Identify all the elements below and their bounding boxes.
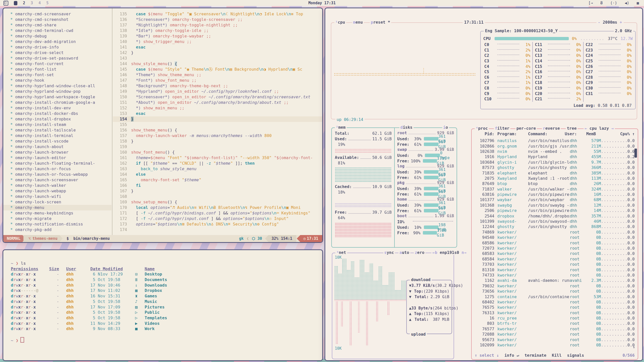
code-line[interactable]: 150 *Screensaver*) open_in_editor ~/.con… [113,94,322,100]
file-item[interactable]: omarchy-cmd-terminal-cwd [3,28,111,33]
file-item[interactable]: omarchy-launch-screensaver [3,177,111,183]
file-item[interactable]: omarchy-drive-info [3,44,111,50]
code-line[interactable]: 154 } [113,116,322,122]
proc-option-tab[interactable]: per-core [515,126,537,131]
process-row[interactable]: 1916 Hyprland Hyprland dhh 455M 0.2 [472,154,638,159]
net-option-tab[interactable]: sync [383,250,395,255]
code-line[interactable]: 163 back_to show_style_menu [113,166,322,172]
file-item[interactable]: omarchy-install-dropbox [3,116,111,122]
file-item[interactable]: omarchy-cmd-screenshot [3,17,111,22]
process-row[interactable]: 73703 kworker/ root 0B 0.0 [472,262,638,267]
file-item[interactable]: omarchy-hyprland-window-pop [3,89,111,94]
code-line[interactable]: 142 } [113,50,322,56]
select-keys[interactable]: ↑ select ↓ [475,353,499,358]
process-row[interactable]: 76577 kworker/ root 0B 0.0 [472,326,638,332]
io-tab[interactable]: io [442,125,449,130]
info-button[interactable]: info ↵ [504,353,519,358]
file-item[interactable]: omarchy-launch-or-focus [3,166,111,172]
cpu-icon[interactable]: ▦ [637,1,639,5]
process-row[interactable]: 76313 kworker/ root 0B 0.0 [472,310,638,315]
code-line[interactable]: 171 [ -f ~/.config/hypr/bindings.conf ] … [113,210,322,216]
process-row[interactable]: 1275 containe /usr/bin/containerd root 5… [472,294,638,299]
code-line[interactable]: 152 *) show_main_menu ;; [113,105,322,111]
workspace-1-active[interactable] [14,1,17,5]
code-line[interactable]: 170 local options="♬ Audio\n≋ Wifi\nɃ Bl… [113,205,322,210]
code-line[interactable]: 147 *Font*) show_font_menu ;; [113,78,322,83]
proc-scrollbar-thumb[interactable] [634,149,637,158]
panel-tab[interactable]: ¹cpu [334,20,346,25]
process-row[interactable]: 803 btrfs-tr root 0B 0.0 [472,321,638,326]
process-row[interactable]: 71835 elephant elephant dhh 385M 0.0 [472,170,638,175]
window-stack-icon[interactable] [4,1,8,6]
net-option-tab[interactable]: auto [398,250,410,255]
ls-row[interactable]: drwx------@ - dhh 17 Nov 11:02 ▦ Dropbox [11,288,322,293]
net-interface[interactable]: ←b enp191s0 n→ [431,250,467,255]
file-item[interactable]: omarchy-font-list [3,67,111,72]
mem-tab[interactable]: ²mem [335,125,347,130]
process-row[interactable]: 63816 pipewire /usr/bin/pipewire dhh 16M… [472,192,638,197]
file-item[interactable]: omarchy-hyprland-window-close-all [3,83,111,89]
code-line[interactable]: 167 } [113,188,322,194]
code-line[interactable]: 143 [113,56,322,61]
code-line[interactable]: 149 *Hyprland*) open_in_editor ~/.config… [113,89,322,94]
process-row[interactable]: 94540 kworker/ root 0B 0.0 [472,235,638,240]
process-row[interactable]: 102099 kworker/ root 0B 0.0 [472,342,638,348]
file-item[interactable]: omarchy-launch-wifi [3,194,111,199]
net-option-tab[interactable]: zero [414,250,426,255]
process-row[interactable]: 74733 kworker/ root 0B 0.0 [472,273,638,278]
code-line[interactable]: 168 [113,194,322,199]
file-item[interactable]: omarchy-font-current [3,61,111,67]
process-row[interactable]: 2544 dropbox /home/dhh/.dropbox-dist dhh… [472,213,638,218]
net-tab[interactable]: ³net [335,250,347,255]
ls-row[interactable]: drwxr-xr-x - dhh 16 Nov 15:31 ♜ Games [11,293,322,299]
file-item[interactable]: omarchy-hyprland-workspace-toggle [3,94,111,100]
process-row[interactable]: 72088 kworker/ root 0B 0.0 [472,332,638,337]
process-row[interactable]: 81310 kworker/ root 0B 0.0 [472,267,638,272]
process-row[interactable]: 101399 swayosd- /usr/bin/swayosd-server … [472,219,638,224]
file-item[interactable]: omarchy-install-tailscale [3,127,111,133]
file-item[interactable]: omarchy-install-steam [3,122,111,127]
file-item[interactable]: omarchy-lock-screen [3,199,111,205]
file-item[interactable]: omarchy-cmd-share [3,22,111,28]
proc-sort-selector[interactable]: ← cpu lazy → [584,126,615,131]
process-row[interactable]: 73656 kworker/ root 0B 0.0 [472,289,638,294]
file-item[interactable]: omarchy-drive-set-password [3,56,111,61]
proc-option-tab[interactable]: filter [494,126,510,131]
file-item[interactable]: omarchy-install-vscode [3,139,111,144]
ls-row[interactable]: drwxr-xr-x - dhh 11 Nov 14:29 ▶ Videos [11,321,322,326]
workspace-button[interactable]: 3 [31,1,33,5]
ls-row[interactable]: drwxr-xr-x - dhh 5 Oct 19:58 ▷ Templates [11,315,322,321]
code-line[interactable]: 166 fi [113,183,322,188]
file-item[interactable]: omarchy-menu-keybindings [3,210,111,216]
code-line[interactable]: 155 [113,122,322,127]
workspace-button[interactable]: 5 [46,1,49,5]
code-line[interactable]: 145 case $(menu "Style" "◉ Theme\nⒶ Font… [113,67,322,72]
file-item[interactable]: omarchy-launch-editor [3,155,111,161]
ls-row[interactable]: drwxr-xr-x - dhh 5 Oct 19:58 ▷ Public [11,310,322,315]
process-row[interactable]: 71837 walker /usr/bin/walker --gappl dhh… [472,187,638,192]
wifi-icon[interactable]: (·) [610,1,617,5]
code-line[interactable]: 169 show_setup_menu() { [113,199,322,205]
file-item[interactable]: omarchy-install-terminal [3,133,111,139]
code-line[interactable]: 151 *About*) open_in_editor ~/.config/om… [113,100,322,105]
file-item[interactable]: omarchy-launch-walker [3,183,111,188]
git-branch-segment[interactable]: ⌥ themes-menu [23,235,62,242]
code-line[interactable]: 160 show_font_menu() { [113,150,322,155]
process-row[interactable]: 87649 btop btop dhh 26M 0.0 [472,181,638,186]
code-line[interactable]: 137 *Nightlight*) omarchy-toggle-nightli… [113,22,322,28]
file-item[interactable]: omarchy-drive-select [3,50,111,56]
ls-row[interactable]: drwxr-xr-x - dhh 6 N1ov 17:29 ⊡ Desktop [11,272,322,277]
ls-row[interactable]: drwxr-xr-x - dhh 5 Oct 19:58 ♪ Music [11,299,322,304]
terminate-button[interactable]: terminate [525,353,546,358]
workspace-button[interactable]: 4 [38,1,41,5]
process-row[interactable]: 2075 Xwayland Xwayland :1 -rootless - dh… [472,176,638,181]
panel-tab[interactable]: preset * [370,20,391,25]
process-row[interactable]: 76575 kworker/ root 0B 0.0 [472,305,638,310]
volume-icon[interactable]: ◀) [625,1,629,5]
process-row[interactable]: 68402 kworker/ root 0B 0.0 [472,299,638,305]
proc-option-tab[interactable]: ⁴proc [475,126,489,131]
pane-divider[interactable] [112,8,112,235]
proc-option-tab[interactable]: tree [566,126,578,131]
code-line[interactable]: 141 esac [113,44,322,50]
code-line[interactable]: 172 [ -f ~/.config/hypr/input.conf ] && … [113,216,322,221]
